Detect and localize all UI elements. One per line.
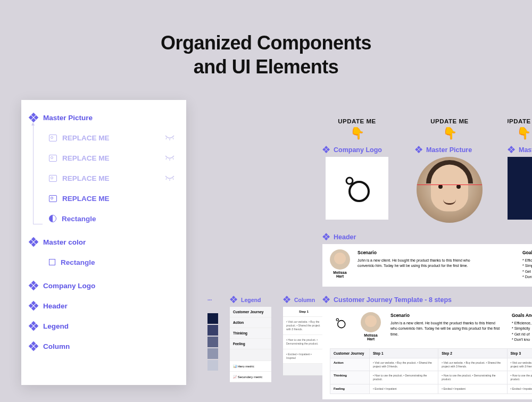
- layer-label: Rectangle: [62, 215, 96, 223]
- legend-row: Customer Journey: [230, 307, 271, 317]
- column-list[interactable]: Step 1 • Visit our website. • Buy the pr…: [283, 307, 325, 375]
- layer-rectangle-square[interactable]: Rectangle: [30, 252, 178, 272]
- cjt-rowhead: Action: [330, 358, 370, 371]
- cjt-table: Customer Journey Step 1 Step 2 Step 3 St…: [330, 348, 532, 394]
- palette-swatches: [207, 313, 218, 371]
- update-tag: UPDATE ME: [338, 118, 376, 124]
- master-color-preview[interactable]: [508, 157, 532, 220]
- page-title: Organized Components and UI Elements: [0, 0, 532, 79]
- component-icon: [30, 238, 38, 246]
- title-line-2: and UI Elements: [0, 55, 532, 79]
- cjt-cell[interactable]: • Excited • Impatient: [370, 384, 438, 393]
- swatch[interactable]: [207, 348, 218, 359]
- goals-line-2: * Simplicity to setup and use.: [522, 263, 532, 269]
- goals-line-1: * Efficience, robustness, liability.: [522, 258, 532, 264]
- cjt-cell[interactable]: • Excited • Impatient: [438, 384, 507, 393]
- component-title: Company Logo: [322, 146, 382, 154]
- swatch[interactable]: [207, 313, 218, 324]
- persona-name: Melissa Hart: [361, 333, 381, 341]
- layer-legend[interactable]: Legend: [30, 316, 178, 336]
- section-title: Column: [283, 296, 325, 304]
- cjt-cell[interactable]: • Excited • Impatient: [507, 384, 532, 393]
- layer-label: REPLACE ME: [62, 154, 110, 162]
- cjt-cell[interactable]: • Visit our website. • Buy the product. …: [507, 358, 532, 371]
- cjt-cell[interactable]: • How to use the product. • Demonstratin…: [370, 371, 438, 384]
- layer-rectangle-contrast[interactable]: Rectangle: [30, 208, 178, 229]
- section-title-text: Legend: [241, 297, 261, 303]
- contrast-icon: [49, 215, 56, 222]
- svg-line-0: [166, 138, 167, 139]
- cjt-rowhead: Customer Journey: [330, 348, 370, 358]
- update-tag: UPDATE ME: [430, 118, 468, 124]
- layer-column[interactable]: Column: [30, 336, 178, 356]
- svg-point-10: [346, 178, 353, 184]
- layer-master-color[interactable]: Master color: [30, 232, 178, 252]
- component-icon: [509, 147, 514, 153]
- column-action: • Visit our website. • Buy the product. …: [283, 317, 325, 335]
- swatch[interactable]: [207, 360, 218, 371]
- hidden-icon[interactable]: [165, 175, 174, 181]
- point-down-icon: 👇: [350, 127, 364, 140]
- component-icon: [231, 297, 237, 303]
- column-metric: [283, 364, 325, 375]
- scenario-heading: Scenario: [358, 249, 480, 256]
- company-logo-preview[interactable]: [326, 157, 388, 220]
- alignment-guide: [417, 185, 483, 185]
- layer-replace-me-4[interactable]: REPLACE ME: [30, 188, 178, 208]
- goals-line-3: * Get rid of this complex Harmony Elite.: [522, 269, 532, 275]
- section-title: Header: [322, 233, 532, 241]
- goals-line-3: * Get rid of: [512, 332, 532, 338]
- component-title: Master Picture: [415, 146, 472, 154]
- title-line-1: Organized Components: [0, 31, 532, 55]
- hidden-icon[interactable]: [165, 135, 174, 140]
- section-title: Customer Journey Template - 8 steps: [322, 296, 532, 304]
- hidden-icon[interactable]: [165, 155, 174, 161]
- cjt-rowhead: Thinking: [330, 371, 370, 384]
- image-icon: [49, 175, 57, 182]
- cjt-card[interactable]: Melissa Hart Scenario John is a new clie…: [322, 307, 532, 399]
- goals-heading: Goals And Expectations: [522, 249, 532, 256]
- cjt-cell[interactable]: • Visit our website. • Buy the product. …: [370, 358, 438, 371]
- layer-header[interactable]: Header: [30, 296, 178, 316]
- component-icon: [416, 147, 422, 153]
- cjt-logo: [330, 312, 351, 333]
- swatch[interactable]: [207, 325, 218, 336]
- layer-replace-me-2[interactable]: REPLACE ME: [30, 148, 178, 168]
- column-thinking: • How to use the product. • Demonstratin…: [283, 335, 325, 349]
- cjt-cell[interactable]: • How to use the product. • Demonstratin…: [438, 371, 507, 384]
- cjt-cell[interactable]: • Visit our website. • Buy the product. …: [438, 358, 507, 371]
- svg-line-2: [173, 138, 173, 139]
- header-card[interactable]: Melissa Hart Scenario John is a new clie…: [322, 244, 532, 287]
- layer-label: Header: [43, 302, 68, 310]
- component-icon: [30, 282, 38, 290]
- image-icon: [49, 195, 57, 202]
- component-icon: [323, 234, 329, 240]
- layer-label: REPLACE ME: [62, 174, 110, 182]
- cjt-cell[interactable]: • How to use the product. • Demonstratin…: [507, 371, 532, 384]
- svg-point-11: [338, 321, 345, 328]
- persona-avatar: [330, 249, 350, 270]
- goals-line-4: * Don't know if his old receiver and bli…: [522, 274, 532, 280]
- svg-point-9: [350, 182, 369, 201]
- cjt-step: Step 3: [507, 348, 532, 358]
- more-icon[interactable]: ...: [207, 296, 218, 302]
- layer-master-picture[interactable]: Master Picture: [30, 107, 178, 128]
- component-title-text: Master color: [519, 146, 532, 154]
- component-title-text: Master Picture: [426, 146, 472, 154]
- legend-hero: 📊 Hero metric: [230, 361, 271, 372]
- persona-avatar: [361, 312, 381, 332]
- layer-replace-me-3[interactable]: REPLACE ME: [30, 168, 178, 188]
- legend-list[interactable]: Customer Journey Action Thinking Feeling…: [230, 307, 271, 382]
- goals-heading: Goals And Expectations: [512, 312, 532, 319]
- layer-label: REPLACE ME: [62, 195, 110, 203]
- update-master-picture: UPDATE ME 👇 Master Picture: [415, 118, 484, 223]
- layer-company-logo[interactable]: Company Logo: [30, 275, 178, 296]
- section-title-text: Column: [294, 297, 315, 303]
- component-icon: [30, 302, 38, 310]
- master-picture-preview[interactable]: [417, 157, 483, 223]
- update-components-row: UPDATE ME 👇 Company Logo UPDATE ME 👇 Mas…: [322, 118, 532, 223]
- svg-line-8: [173, 178, 173, 180]
- legend-row: Feeling: [230, 339, 271, 349]
- layer-replace-me-1[interactable]: REPLACE ME: [30, 128, 178, 148]
- swatch[interactable]: [207, 337, 218, 347]
